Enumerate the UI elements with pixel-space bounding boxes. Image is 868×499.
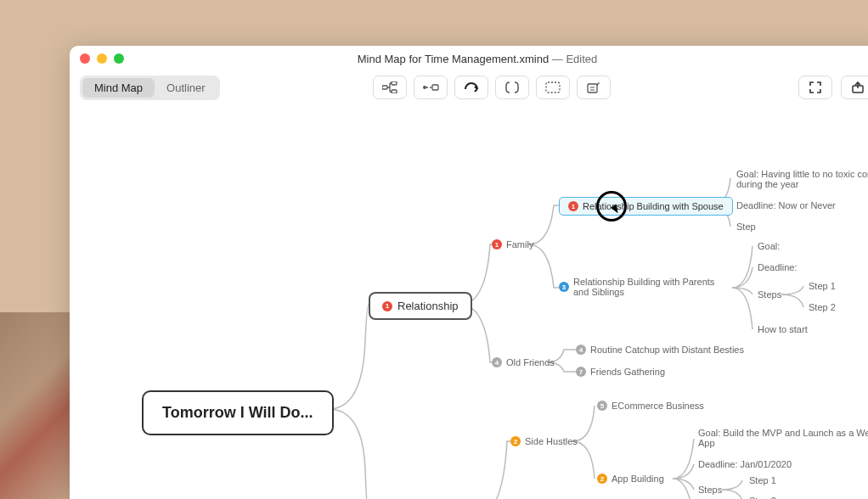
branch-relationship[interactable]: 1 Relationship	[369, 292, 472, 320]
svg-rect-0	[382, 86, 387, 89]
undo-icon[interactable]	[454, 76, 488, 99]
tool-group	[373, 76, 611, 99]
node-family[interactable]: 1 Family	[492, 239, 533, 250]
titlebar: Mind Map for Time Management.xmind — Edi…	[70, 46, 868, 71]
minimize-button[interactable]	[97, 53, 107, 64]
note-icon[interactable]	[577, 76, 611, 99]
summary-icon[interactable]	[536, 76, 570, 99]
node-old-friends[interactable]: 4 Old Friends	[492, 357, 555, 367]
node-steps[interactable]: Steps	[758, 289, 781, 300]
window-controls	[80, 53, 124, 64]
node-friends-gathering[interactable]: 7 Friends Gathering	[576, 367, 665, 377]
node-app-step2[interactable]: Step 2	[749, 496, 776, 499]
node-deadline-empty[interactable]: Deadline:	[758, 262, 797, 272]
node-step[interactable]: Step	[736, 221, 756, 232]
node-step1[interactable]: Step 1	[809, 281, 836, 291]
node-step2[interactable]: Step 2	[809, 302, 836, 312]
svg-point-3	[423, 86, 426, 89]
window-title: Mind Map for Time Management.xmind — Edi…	[70, 53, 868, 65]
svg-rect-4	[432, 85, 438, 90]
node-side-hustles[interactable]: 2 Side Hustles	[510, 436, 578, 446]
branch-relationship-label: Relationship	[397, 300, 459, 312]
node-routine-catchup[interactable]: 4 Routine Catchup with Distant Besties	[576, 345, 744, 355]
node-rel-spouse[interactable]: 1 Relationship Building with Spouse	[559, 197, 733, 216]
toolbar: Mind Map Outliner	[70, 71, 868, 104]
node-steps2[interactable]: Steps	[698, 485, 722, 495]
mindmap-canvas[interactable]: Tomorrow I Will Do... 1 Relationship 2 A…	[70, 104, 868, 499]
boundary-icon[interactable]	[495, 76, 529, 99]
node-goal-mvp[interactable]: Goal: Build the MVP and Launch as a Web …	[698, 428, 868, 448]
node-rel-parents[interactable]: 3 Relationship Building with Parents and…	[559, 277, 729, 297]
right-tools	[798, 76, 868, 99]
badge-1: 1	[382, 301, 392, 311]
svg-rect-1	[392, 81, 397, 85]
node-app-building[interactable]: 2 App Building	[597, 474, 664, 484]
relationship-icon[interactable]	[414, 76, 448, 99]
tab-outliner[interactable]: Outliner	[155, 78, 217, 98]
svg-rect-5	[546, 82, 560, 93]
subtopic-icon[interactable]	[373, 76, 407, 99]
node-goal-toxic[interactable]: Goal: Having little to no toxic com duri…	[736, 169, 868, 189]
maximize-button[interactable]	[114, 53, 124, 64]
fullscreen-icon[interactable]	[798, 76, 832, 99]
share-icon[interactable]	[841, 76, 868, 99]
node-deadline-jan[interactable]: Deadline: Jan/01/2020	[698, 459, 792, 469]
svg-rect-2	[392, 90, 397, 93]
app-window: Mind Map for Time Management.xmind — Edi…	[70, 46, 868, 499]
node-how-start[interactable]: How to start	[758, 324, 808, 334]
node-deadline-now[interactable]: Deadline: Now or Never	[736, 200, 836, 210]
node-app-step1[interactable]: Step 1	[749, 475, 776, 485]
node-ecommerce[interactable]: 5 ECommerce Business	[597, 401, 704, 411]
svg-rect-6	[588, 84, 597, 93]
close-button[interactable]	[80, 53, 90, 64]
view-toggle: Mind Map Outliner	[80, 76, 220, 100]
tab-mindmap[interactable]: Mind Map	[82, 78, 155, 98]
node-goal-empty[interactable]: Goal:	[758, 241, 780, 251]
root-node[interactable]: Tomorrow I Will Do...	[142, 390, 334, 435]
